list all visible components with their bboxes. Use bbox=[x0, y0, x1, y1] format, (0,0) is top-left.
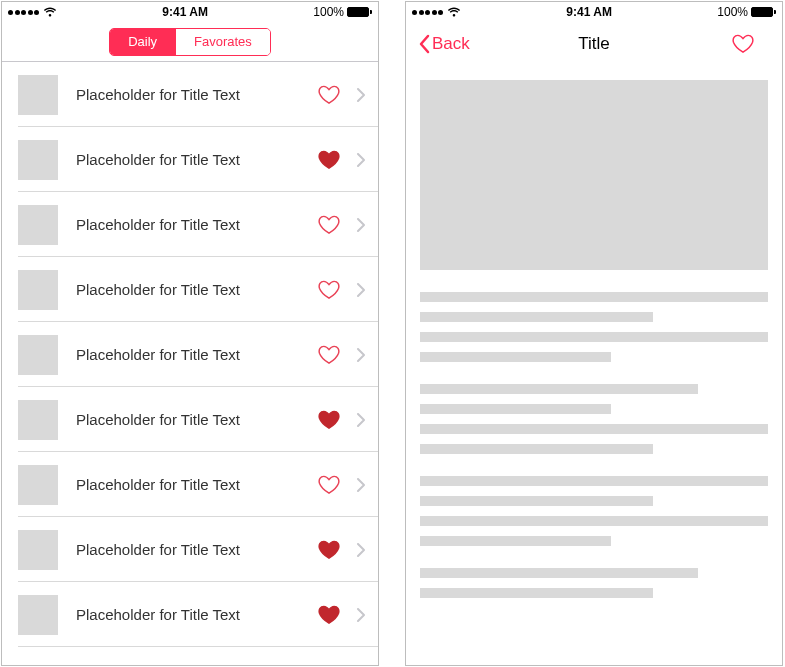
status-left bbox=[8, 7, 57, 17]
text-line-placeholder bbox=[420, 384, 698, 394]
signal-dots-icon bbox=[8, 10, 39, 15]
nav-bar: Back Title bbox=[406, 22, 782, 66]
favorite-toggle[interactable] bbox=[318, 279, 340, 301]
text-paragraph-placeholder bbox=[420, 476, 768, 546]
detail-content bbox=[406, 66, 782, 598]
text-line-placeholder bbox=[420, 352, 611, 362]
favorite-toggle[interactable] bbox=[318, 409, 340, 431]
status-left bbox=[412, 7, 461, 17]
wifi-icon bbox=[447, 7, 461, 17]
battery-icon bbox=[751, 7, 776, 17]
favorite-toggle[interactable] bbox=[318, 604, 340, 626]
text-line-placeholder bbox=[420, 312, 653, 322]
item-title: Placeholder for Title Text bbox=[76, 541, 318, 558]
item-title: Placeholder for Title Text bbox=[76, 476, 318, 493]
chevron-right-icon bbox=[356, 152, 366, 168]
text-line-placeholder bbox=[420, 588, 653, 598]
favorite-toggle[interactable] bbox=[318, 344, 340, 366]
segment-favorates[interactable]: Favorates bbox=[175, 29, 270, 55]
text-line-placeholder bbox=[420, 496, 653, 506]
item-title: Placeholder for Title Text bbox=[76, 346, 318, 363]
text-line-placeholder bbox=[420, 476, 768, 486]
status-right: 100% bbox=[717, 5, 776, 19]
chevron-right-icon bbox=[356, 607, 366, 623]
back-button[interactable]: Back bbox=[418, 34, 470, 54]
text-line-placeholder bbox=[420, 404, 611, 414]
item-title: Placeholder for Title Text bbox=[76, 151, 318, 168]
item-title: Placeholder for Title Text bbox=[76, 86, 318, 103]
text-line-placeholder bbox=[420, 536, 611, 546]
text-line-placeholder bbox=[420, 568, 698, 578]
chevron-right-icon bbox=[356, 542, 366, 558]
chevron-right-icon bbox=[356, 412, 366, 428]
list-item[interactable]: Placeholder for Title Text bbox=[2, 127, 378, 192]
item-title: Placeholder for Title Text bbox=[76, 411, 318, 428]
battery-percent: 100% bbox=[717, 5, 748, 19]
thumbnail-placeholder bbox=[18, 530, 58, 570]
favorite-toggle[interactable] bbox=[318, 539, 340, 561]
text-paragraph-placeholder bbox=[420, 384, 768, 454]
item-title: Placeholder for Title Text bbox=[76, 281, 318, 298]
favorite-toggle[interactable] bbox=[318, 84, 340, 106]
list-item[interactable]: Placeholder for Title Text bbox=[2, 387, 378, 452]
status-right: 100% bbox=[313, 5, 372, 19]
detail-screen: 9:41 AM 100% Back Title bbox=[405, 1, 783, 666]
heart-outline-icon bbox=[732, 34, 754, 54]
chevron-right-icon bbox=[356, 282, 366, 298]
chevron-right-icon bbox=[356, 477, 366, 493]
list-item[interactable]: Placeholder for Title Text bbox=[2, 257, 378, 322]
favorite-toggle[interactable] bbox=[318, 214, 340, 236]
thumbnail-placeholder bbox=[18, 465, 58, 505]
wifi-icon bbox=[43, 7, 57, 17]
status-bar: 9:41 AM 100% bbox=[2, 2, 378, 22]
status-bar: 9:41 AM 100% bbox=[406, 2, 782, 22]
chevron-right-icon bbox=[356, 347, 366, 363]
text-line-placeholder bbox=[420, 516, 768, 526]
thumbnail-placeholder bbox=[18, 400, 58, 440]
thumbnail-placeholder bbox=[18, 335, 58, 375]
favorite-button[interactable] bbox=[732, 33, 754, 55]
text-paragraph-placeholder bbox=[420, 568, 768, 598]
list-screen: 9:41 AM 100% Daily Favorates Placeholder… bbox=[1, 1, 379, 666]
chevron-left-icon bbox=[418, 34, 430, 54]
text-line-placeholder bbox=[420, 444, 653, 454]
segmented-control-wrap: Daily Favorates bbox=[2, 22, 378, 62]
thumbnail-placeholder bbox=[18, 205, 58, 245]
list-item[interactable]: Placeholder for Title Text bbox=[2, 192, 378, 257]
list-item[interactable]: Placeholder for Title Text bbox=[2, 517, 378, 582]
signal-dots-icon bbox=[412, 10, 443, 15]
back-label: Back bbox=[432, 34, 470, 54]
battery-icon bbox=[347, 7, 372, 17]
favorite-toggle[interactable] bbox=[318, 474, 340, 496]
text-line-placeholder bbox=[420, 292, 768, 302]
list-item[interactable]: Placeholder for Title Text bbox=[2, 62, 378, 127]
text-line-placeholder bbox=[420, 332, 768, 342]
text-line-placeholder bbox=[420, 424, 768, 434]
thumbnail-placeholder bbox=[18, 270, 58, 310]
segment-daily[interactable]: Daily bbox=[110, 29, 175, 55]
chevron-right-icon bbox=[356, 87, 366, 103]
list-item[interactable]: Placeholder for Title Text bbox=[2, 452, 378, 517]
item-title: Placeholder for Title Text bbox=[76, 216, 318, 233]
thumbnail-placeholder bbox=[18, 75, 58, 115]
list-item[interactable]: Placeholder for Title Text bbox=[2, 582, 378, 647]
thumbnail-placeholder bbox=[18, 595, 58, 635]
segmented-control: Daily Favorates bbox=[109, 28, 271, 56]
hero-image-placeholder bbox=[420, 80, 768, 270]
status-time: 9:41 AM bbox=[566, 5, 612, 19]
item-title: Placeholder for Title Text bbox=[76, 606, 318, 623]
battery-percent: 100% bbox=[313, 5, 344, 19]
text-paragraph-placeholder bbox=[420, 292, 768, 362]
thumbnail-placeholder bbox=[18, 140, 58, 180]
item-list: Placeholder for Title TextPlaceholder fo… bbox=[2, 62, 378, 647]
status-time: 9:41 AM bbox=[162, 5, 208, 19]
chevron-right-icon bbox=[356, 217, 366, 233]
list-item[interactable]: Placeholder for Title Text bbox=[2, 322, 378, 387]
favorite-toggle[interactable] bbox=[318, 149, 340, 171]
